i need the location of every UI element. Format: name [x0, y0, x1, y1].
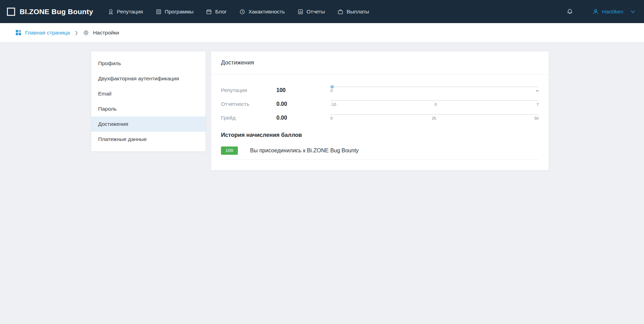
- brand-title: BI.ZONE Bug Bounty: [20, 8, 93, 16]
- metric-value: 0.00: [276, 115, 330, 121]
- scale-max: 7: [535, 102, 539, 107]
- reputation-slider: 0 ∞: [330, 87, 539, 93]
- slider-scale: -10 0 7: [330, 102, 539, 107]
- nav-item-label: Репутация: [117, 9, 143, 15]
- chevron-down-icon: [631, 10, 635, 13]
- menu-item-payment-data[interactable]: Платежные данные: [91, 132, 205, 147]
- metric-row-reputation: Репутация 100 0 ∞: [221, 83, 539, 97]
- slider-dot: [330, 85, 334, 89]
- scale-mid: 25: [432, 116, 436, 120]
- scale-mid: [433, 89, 436, 93]
- slider-track: [330, 114, 539, 115]
- payouts-icon: [337, 9, 344, 15]
- menu-item-email[interactable]: Email: [91, 86, 205, 101]
- metric-value: 100: [276, 87, 330, 93]
- scale-min: 0: [330, 116, 334, 120]
- scale-max: ∞: [535, 89, 539, 93]
- grade-slider: 0 25 50: [330, 114, 539, 120]
- history-title: История начисления баллов: [221, 132, 539, 138]
- bell-icon[interactable]: [567, 8, 573, 15]
- history-row: 100 Вы присоединились к Bi.ZONE Bug Boun…: [221, 146, 539, 160]
- home-grid-icon: [15, 30, 21, 36]
- metric-value: 0.00: [276, 101, 330, 107]
- user-menu[interactable]: Han0ken: [592, 8, 635, 15]
- slider-track: [330, 100, 539, 101]
- nav-item-label: Хакактивность: [249, 9, 285, 15]
- nav-item-reports[interactable]: Отчеты: [297, 9, 325, 15]
- scale-mid: 0: [434, 102, 437, 107]
- content-area: Профиль Двухфакторная аутентификация Ema…: [0, 42, 644, 171]
- reporting-slider: -10 0 7: [330, 100, 539, 107]
- metric-label: Грейд: [221, 115, 276, 121]
- blog-icon: [206, 9, 212, 15]
- main-nav: Репутация Программы Блог Хакактивность О…: [108, 9, 369, 15]
- breadcrumb-current-label: Настройки: [93, 30, 119, 36]
- menu-item-profile[interactable]: Профиль: [91, 56, 205, 71]
- breadcrumb: Главная страница ❯ Настройки: [0, 23, 644, 42]
- slider-scale: 0 ∞: [330, 89, 539, 93]
- slider-track: [330, 87, 539, 87]
- scale-min: -10: [330, 102, 336, 107]
- metric-row-reporting: Отчетность 0.00 -10 0 7: [221, 97, 539, 111]
- breadcrumb-separator-icon: ❯: [75, 30, 78, 35]
- brand-logo[interactable]: BI.ZONE Bug Bounty: [7, 7, 93, 16]
- history-text: Вы присоединились к Bi.ZONE Bug Bounty: [250, 148, 359, 154]
- nav-item-label: Отчеты: [307, 9, 325, 15]
- nav-item-payouts[interactable]: Выплаты: [337, 9, 369, 15]
- programs-icon: [156, 9, 162, 15]
- slider-scale: 0 25 50: [330, 116, 539, 120]
- panel-title: Достижения: [211, 51, 549, 74]
- menu-item-2fa[interactable]: Двухфакторная аутентификация: [91, 71, 205, 86]
- navbar-right: Han0ken: [567, 8, 635, 15]
- achievements-panel: Достижения Репутация 100 0 ∞: [211, 51, 549, 171]
- nav-item-programs[interactable]: Программы: [156, 9, 194, 15]
- panel-body: Репутация 100 0 ∞ Отчетность 0.00: [211, 74, 549, 170]
- scale-min: 0: [330, 89, 334, 93]
- top-navbar: BI.ZONE Bug Bounty Репутация Программы Б…: [0, 0, 644, 23]
- nav-item-reputation[interactable]: Репутация: [108, 9, 143, 15]
- metric-label: Отчетность: [221, 101, 276, 107]
- breadcrumb-home-link[interactable]: Главная страница: [15, 30, 70, 36]
- settings-menu: Профиль Двухфакторная аутентификация Ema…: [91, 51, 206, 152]
- nav-item-label: Выплаты: [347, 9, 369, 15]
- scale-max: 50: [534, 116, 539, 120]
- menu-item-password[interactable]: Пароль: [91, 101, 205, 117]
- gear-icon: [83, 30, 89, 36]
- nav-item-activity[interactable]: Хакактивность: [239, 9, 285, 15]
- nav-item-label: Программы: [165, 9, 194, 15]
- activity-icon: [239, 9, 245, 15]
- breadcrumb-home-label: Главная страница: [25, 30, 70, 36]
- points-badge: 100: [221, 146, 238, 155]
- metric-label: Репутация: [221, 87, 276, 93]
- nav-item-blog[interactable]: Блог: [206, 9, 227, 15]
- user-name: Han0ken: [602, 9, 623, 15]
- reports-icon: [297, 9, 304, 15]
- menu-item-achievements[interactable]: Достижения: [91, 117, 205, 132]
- bizone-logo-icon: [7, 7, 15, 16]
- metric-row-grade: Грейд 0.00 0 25 50: [221, 111, 539, 125]
- user-icon: [592, 8, 599, 15]
- nav-item-label: Блог: [215, 9, 227, 15]
- breadcrumb-current: Настройки: [83, 30, 119, 36]
- reputation-icon: [108, 9, 114, 15]
